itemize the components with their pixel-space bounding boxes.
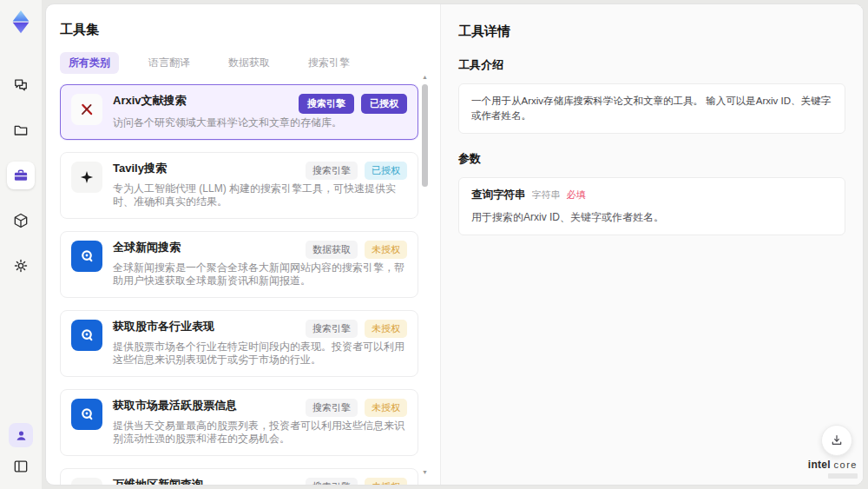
tool-title: 万维地区新闻查询 (113, 478, 203, 486)
status-badge: 已授权 (361, 94, 407, 114)
tab-all-categories[interactable]: 所有类别 (60, 52, 119, 74)
toolbox-icon[interactable] (7, 162, 35, 189)
intro-box: 一个用于从Arxiv存储库搜索科学论文和文章的工具。 输入可以是Arxiv ID… (458, 83, 845, 134)
tool-description: 专为人工智能代理 (LLM) 构建的搜索引擎工具，可快速提供实时、准确和真实的结… (113, 182, 407, 209)
tool-description: 提供当天交易量最高的股票列表，投资者可以利用这些信息来识别流动性强的股票和潜在的… (113, 420, 407, 446)
intro-heading: 工具介绍 (458, 57, 845, 73)
tool-card-arxiv[interactable]: Arxiv文献搜索 搜索引擎 已授权 访问各个研究领域大量科学论文和文章的存储库… (60, 84, 418, 140)
sidebar-bottom (7, 423, 35, 480)
newspaper-icon (71, 478, 102, 486)
settings-icon[interactable] (7, 252, 35, 280)
status-badge: 未授权 (365, 478, 407, 486)
category-badge: 搜索引擎 (306, 162, 358, 180)
cube-icon[interactable] (7, 207, 35, 235)
tab-language-translation[interactable]: 语言翻译 (140, 52, 199, 74)
tool-title: 全球新闻搜索 (113, 241, 181, 254)
search-app-icon (71, 399, 102, 430)
status-badge: 未授权 (365, 399, 407, 417)
category-badge: 搜索引擎 (306, 478, 358, 486)
search-app-icon (71, 241, 102, 272)
params-heading: 参数 (458, 151, 845, 167)
tool-card-most-active-stocks[interactable]: 获取市场最活跃股票信息 搜索引擎 未授权 提供当天交易量最高的股票列表，投资者可… (60, 389, 418, 456)
search-app-icon (71, 320, 102, 351)
arxiv-icon (71, 94, 102, 125)
intel-core-logo: intel core (808, 459, 858, 479)
tool-card-global-news[interactable]: 全球新闻搜索 数据获取 未授权 全球新闻搜索是一个聚合全球各大新闻网站内容的搜索… (60, 231, 418, 298)
scroll-up-icon[interactable]: ▲ (421, 74, 429, 81)
tool-description: 全球新闻搜索是一个聚合全球各大新闻网站内容的搜索引擎，帮助用户快速获取全球最新资… (113, 261, 407, 288)
tab-data-fetch[interactable]: 数据获取 (220, 52, 279, 74)
tool-title: 获取市场最活跃股票信息 (113, 399, 237, 413)
scrollbar-thumb[interactable] (422, 84, 428, 187)
tool-card-tavily[interactable]: Tavily搜索 搜索引擎 已授权 专为人工智能代理 (LLM) 构建的搜索引擎… (60, 152, 418, 219)
tool-title: Arxiv文献搜索 (113, 94, 187, 108)
category-badge: 搜索引擎 (299, 94, 354, 114)
list-scrollbar: ▲ ▼ (421, 81, 429, 476)
sparkle-icon (71, 162, 102, 193)
tool-list-pane: 工具集 所有类别 语言翻译 数据获取 搜索引擎 Arxiv文献搜索 (46, 4, 440, 485)
chat-icon[interactable] (7, 71, 35, 99)
brand-intel: intel (808, 459, 831, 471)
tool-title: 获取股市各行业表现 (113, 320, 214, 334)
param-required-badge: 必填 (567, 188, 586, 202)
tool-description: 访问各个研究领域大量科学论文和文章的存储库。 (113, 116, 407, 130)
status-badge: 未授权 (365, 241, 407, 259)
tool-card-regional-news[interactable]: 万维地区新闻查询 搜索引擎 未授权 查询具体行政区划内的新闻，快速了解各地新闻动 (60, 468, 418, 486)
brand-core: core (834, 459, 858, 470)
brand-subtext-bar (828, 473, 858, 479)
tool-list: Arxiv文献搜索 搜索引擎 已授权 访问各个研究领域大量科学论文和文章的存储库… (60, 84, 418, 485)
category-badge: 搜索引擎 (306, 399, 358, 417)
download-button[interactable] (821, 425, 852, 456)
tab-search-engine[interactable]: 搜索引擎 (299, 52, 358, 74)
category-badge: 数据获取 (306, 241, 358, 259)
scroll-down-icon[interactable]: ▼ (421, 469, 429, 476)
param-description: 用于搜索的Arxiv ID、关键字或作者姓名。 (471, 210, 832, 225)
sidebar-nav (7, 71, 35, 280)
app-logo (8, 9, 34, 35)
status-badge: 已授权 (365, 162, 407, 180)
sidebar (0, 0, 42, 489)
intro-text: 一个用于从Arxiv存储库搜索科学论文和文章的工具。 输入可以是Arxiv ID… (471, 94, 832, 123)
folder-icon[interactable] (7, 116, 35, 144)
user-avatar-icon[interactable] (9, 423, 33, 447)
tool-description: 提供股票市场各个行业在特定时间段内的表现。投资者可以利用这些信息来识别表现优于或… (113, 340, 407, 367)
main-panel: 工具集 所有类别 语言翻译 数据获取 搜索引擎 Arxiv文献搜索 (45, 3, 864, 486)
param-type: 字符串 (532, 188, 561, 202)
category-tabs: 所有类别 语言翻译 数据获取 搜索引擎 (60, 52, 418, 74)
param-box: 查询字符串 字符串 必填 用于搜索的Arxiv ID、关键字或作者姓名。 (458, 177, 845, 235)
status-badge: 未授权 (365, 320, 407, 338)
param-name: 查询字符串 (471, 188, 526, 202)
download-icon (830, 433, 844, 447)
detail-title: 工具详情 (458, 23, 845, 40)
tool-card-sector-performance[interactable]: 获取股市各行业表现 搜索引擎 未授权 提供股票市场各个行业在特定时间段内的表现。… (60, 310, 418, 377)
page-title: 工具集 (60, 22, 418, 38)
category-badge: 搜索引擎 (306, 320, 358, 338)
tool-title: Tavily搜索 (113, 162, 167, 175)
tool-detail-pane: 工具详情 工具介绍 一个用于从Arxiv存储库搜索科学论文和文章的工具。 输入可… (440, 4, 863, 485)
panel-toggle-icon[interactable] (7, 453, 35, 480)
